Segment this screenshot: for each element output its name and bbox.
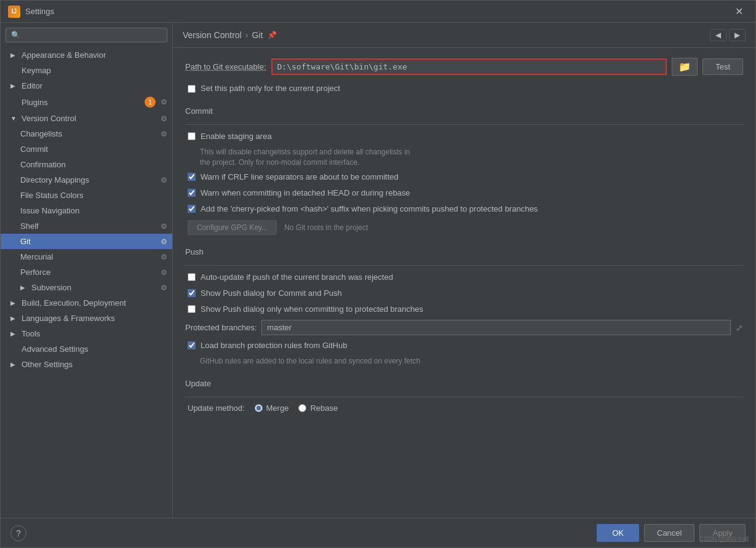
enable-staging-label: Enable staging area bbox=[201, 131, 272, 142]
sidebar-item-label: Subversion bbox=[31, 283, 158, 292]
gear-icon: ⚙ bbox=[161, 237, 167, 246]
arrow-icon: ▶ bbox=[10, 52, 18, 58]
protected-branches-input[interactable] bbox=[261, 320, 731, 335]
sidebar-item-label: Advanced Settings bbox=[22, 344, 167, 354]
sidebar-item-label: Commit bbox=[20, 145, 48, 154]
section-divider bbox=[185, 124, 743, 125]
settings-dialog: IJ Settings ✕ ▶ Appearance & Behavior Ke… bbox=[0, 0, 756, 548]
section-divider bbox=[185, 265, 743, 266]
warn-crlf-row: Warn if CRLF line separators are about t… bbox=[185, 172, 743, 183]
sidebar-item-file-status-colors[interactable]: File Status Colors bbox=[1, 188, 172, 203]
sidebar-item-label: Languages & Frameworks bbox=[22, 314, 167, 323]
sidebar-item-label: Keymap bbox=[22, 66, 167, 75]
update-method-row: Update method: Merge Rebase bbox=[185, 403, 743, 413]
path-row: Path to Git executable: 📁 Test bbox=[185, 58, 743, 76]
gear-icon: ⚙ bbox=[161, 268, 167, 277]
rebase-radio[interactable] bbox=[298, 404, 306, 412]
enable-staging-checkbox[interactable] bbox=[188, 132, 196, 140]
test-button[interactable]: Test bbox=[702, 58, 743, 75]
merge-radio[interactable] bbox=[255, 404, 263, 412]
show-push-dialog-label: Show Push dialog for Commit and Push bbox=[201, 288, 342, 299]
expand-icon[interactable]: ⤢ bbox=[736, 323, 743, 333]
sidebar-item-perforce[interactable]: Perforce ⚙ bbox=[1, 264, 172, 280]
warn-detached-checkbox[interactable] bbox=[188, 189, 196, 197]
sidebar-item-directory-mappings[interactable]: Directory Mappings ⚙ bbox=[1, 172, 172, 188]
sidebar: ▶ Appearance & Behavior Keymap ▶ Editor … bbox=[1, 23, 173, 518]
rebase-option[interactable]: Rebase bbox=[298, 403, 338, 413]
cancel-button[interactable]: Cancel bbox=[644, 524, 694, 542]
cherry-pick-row: Add the 'cherry-picked from <hash>' suff… bbox=[185, 204, 743, 215]
push-section: Push Auto-update if push of the current … bbox=[185, 247, 743, 367]
arrow-icon: ▶ bbox=[10, 330, 18, 337]
github-branch-label: Load branch protection rules from GitHub bbox=[201, 340, 347, 351]
merge-option[interactable]: Merge bbox=[255, 403, 289, 413]
show-push-protected-checkbox[interactable] bbox=[188, 305, 196, 313]
auto-update-checkbox[interactable] bbox=[188, 273, 196, 281]
sidebar-item-label: Plugins bbox=[22, 98, 145, 107]
warn-crlf-checkbox[interactable] bbox=[188, 173, 196, 181]
auto-update-row: Auto-update if push of the current branc… bbox=[185, 272, 743, 283]
sidebar-item-editor[interactable]: ▶ Editor bbox=[1, 78, 172, 93]
sidebar-item-commit[interactable]: Commit bbox=[1, 141, 172, 157]
bottom-bar: ? OK Cancel Apply bbox=[1, 518, 755, 547]
sidebar-item-changelists[interactable]: Changelists ⚙ bbox=[1, 126, 172, 141]
sidebar-item-subversion[interactable]: ▶ Subversion ⚙ bbox=[1, 280, 172, 295]
update-section: Update Update method: Merge Rebase bbox=[185, 379, 743, 413]
sidebar-item-appearance[interactable]: ▶ Appearance & Behavior bbox=[1, 47, 172, 63]
protected-label: Protected branches: bbox=[185, 323, 257, 332]
gear-icon: ⚙ bbox=[161, 222, 167, 231]
right-body: Path to Git executable: 📁 Test Set this … bbox=[173, 48, 755, 518]
set-path-checkbox[interactable] bbox=[188, 85, 196, 93]
close-button[interactable]: ✕ bbox=[730, 3, 748, 20]
enable-staging-row: Enable staging area bbox=[185, 131, 743, 142]
sidebar-item-advanced-settings[interactable]: Advanced Settings bbox=[1, 341, 172, 357]
path-label: Path to Git executable: bbox=[185, 62, 266, 71]
arrow-icon: ▶ bbox=[20, 284, 28, 291]
protected-branches-row: Protected branches: ⤢ bbox=[185, 320, 743, 335]
gear-icon: ⚙ bbox=[161, 130, 167, 138]
sidebar-item-confirmation[interactable]: Confirmation bbox=[1, 157, 172, 172]
commit-section-title: Commit bbox=[185, 106, 743, 118]
nav-forward-button[interactable]: ▶ bbox=[729, 29, 746, 41]
show-push-protected-label: Show Push dialog only when committing to… bbox=[201, 304, 423, 315]
watermark: CSDN @哪位主喵 bbox=[699, 535, 749, 544]
show-push-dialog-row: Show Push dialog for Commit and Push bbox=[185, 288, 743, 299]
sidebar-item-label: Version Control bbox=[22, 114, 158, 123]
update-method-label: Update method: bbox=[188, 403, 245, 413]
cherry-pick-checkbox[interactable] bbox=[188, 205, 196, 213]
main-content: ▶ Appearance & Behavior Keymap ▶ Editor … bbox=[1, 23, 755, 518]
github-branch-checkbox[interactable] bbox=[188, 341, 196, 349]
sidebar-item-label: Editor bbox=[22, 81, 167, 90]
sidebar-item-build[interactable]: ▶ Build, Execution, Deployment bbox=[1, 295, 172, 311]
show-push-protected-row: Show Push dialog only when committing to… bbox=[185, 304, 743, 315]
sidebar-item-mercurial[interactable]: Mercurial ⚙ bbox=[1, 249, 172, 264]
right-header: Version Control › Git 📌 ◀ ▶ bbox=[173, 23, 755, 48]
sidebar-item-other-settings[interactable]: ▶ Other Settings bbox=[1, 357, 172, 372]
ok-button[interactable]: OK bbox=[597, 524, 639, 542]
show-push-dialog-checkbox[interactable] bbox=[188, 289, 196, 297]
gpg-row: Configure GPG Key... No Git roots in the… bbox=[185, 220, 743, 235]
cherry-pick-label: Add the 'cherry-picked from <hash>' suff… bbox=[201, 204, 538, 215]
merge-label: Merge bbox=[266, 403, 289, 413]
sidebar-item-issue-navigation[interactable]: Issue Navigation bbox=[1, 203, 172, 218]
sidebar-item-label: Perforce bbox=[20, 268, 50, 277]
search-input[interactable] bbox=[6, 28, 167, 42]
gear-icon: ⚙ bbox=[161, 176, 167, 185]
sidebar-item-git[interactable]: Git ⚙ bbox=[1, 234, 172, 249]
title-bar: IJ Settings ✕ bbox=[1, 1, 755, 23]
configure-gpg-button[interactable]: Configure GPG Key... bbox=[188, 220, 277, 235]
nav-back-button[interactable]: ◀ bbox=[710, 29, 726, 41]
git-path-input[interactable] bbox=[271, 58, 667, 75]
arrow-icon: ▶ bbox=[10, 82, 18, 89]
help-button[interactable]: ? bbox=[10, 525, 26, 541]
sidebar-item-tools[interactable]: ▶ Tools bbox=[1, 326, 172, 341]
sidebar-item-version-control[interactable]: ▼ Version Control ⚙ bbox=[1, 111, 172, 126]
browse-button[interactable]: 📁 bbox=[672, 58, 698, 76]
sidebar-item-keymap[interactable]: Keymap bbox=[1, 63, 172, 78]
gpg-status: No Git roots in the project bbox=[284, 223, 368, 232]
sidebar-item-plugins[interactable]: Plugins 1 ⚙ bbox=[1, 93, 172, 111]
sidebar-item-shelf[interactable]: Shelf ⚙ bbox=[1, 218, 172, 234]
sidebar-item-label: Other Settings bbox=[22, 360, 167, 369]
sidebar-item-languages[interactable]: ▶ Languages & Frameworks bbox=[1, 311, 172, 326]
sidebar-item-label: Changelists bbox=[20, 129, 62, 138]
